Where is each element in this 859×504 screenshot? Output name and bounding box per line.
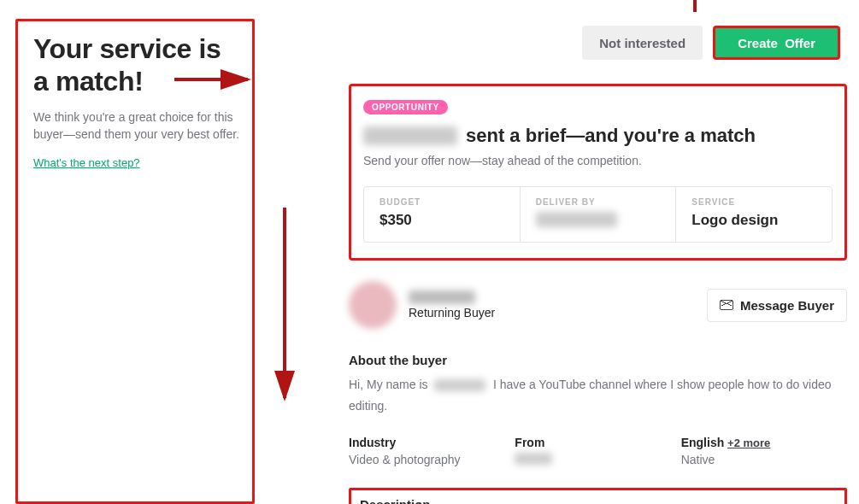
message-buyer-label: Message Buyer [740, 298, 834, 313]
buyer-attributes: Industry Video & photography From Englis… [349, 436, 847, 467]
buyer-name-redacted [363, 126, 457, 145]
english-label: English +2 more [681, 436, 847, 449]
service-cell: SERVICE Logo design [676, 187, 832, 242]
budget-label: BUDGET [379, 197, 504, 207]
service-value: Logo design [691, 212, 816, 229]
brief-specs: BUDGET $350 DELIVER BY SERVICE Logo desi… [363, 186, 833, 243]
deliver-label: DELIVER BY [536, 197, 661, 207]
description-label: Description [360, 497, 836, 504]
buyer-identity: Returning Buyer [349, 281, 495, 329]
more-languages-link[interactable]: +2 more [727, 437, 770, 449]
from-col: From [515, 436, 680, 467]
main-column: OPPORTUNITY sent a brief—and you're a ma… [255, 14, 847, 504]
brief-card: OPPORTUNITY sent a brief—and you're a ma… [349, 84, 847, 261]
match-summary-box: Your service is a match! We think you're… [15, 19, 255, 504]
page-subtitle: We think you're a great choice for this … [33, 108, 242, 144]
industry-col: Industry Video & photography [349, 436, 515, 467]
from-label: From [515, 436, 680, 449]
languages-col: English +2 more Native [681, 436, 847, 467]
buyer-username-redacted [409, 290, 475, 304]
from-value-redacted [515, 453, 552, 465]
avatar [349, 281, 397, 329]
buyer-row: Returning Buyer Message Buyer [349, 281, 847, 329]
deliver-cell: DELIVER BY [521, 187, 677, 242]
buyer-bio: Hi, My name is I have a YouTube channel … [349, 374, 847, 417]
service-label: SERVICE [691, 197, 816, 207]
envelope-icon [720, 300, 733, 310]
annotation-arrow-down [272, 206, 297, 407]
description-box: Description I need a logo that expresses… [349, 488, 847, 504]
page-title: Your service is a match! [33, 33, 242, 98]
english-value: Native [681, 453, 847, 466]
next-step-link[interactable]: What's the next step? [33, 156, 140, 169]
message-buyer-button[interactable]: Message Buyer [707, 289, 847, 322]
about-buyer-title: About the buyer [349, 353, 847, 367]
deliver-date-redacted [536, 212, 617, 227]
budget-cell: BUDGET $350 [364, 187, 521, 242]
budget-value: $350 [379, 212, 504, 229]
buyer-bio-prefix: Hi, My name is [349, 378, 431, 391]
brief-headline-text: sent a brief—and you're a match [466, 125, 756, 147]
buyer-bio-name-redacted [434, 379, 485, 391]
returning-buyer-label: Returning Buyer [409, 306, 495, 319]
brief-headline: sent a brief—and you're a match [363, 125, 833, 147]
annotation-arrow-up [682, 0, 708, 14]
opportunity-badge: OPPORTUNITY [363, 100, 448, 114]
industry-value: Video & photography [349, 453, 515, 466]
industry-label: Industry [349, 436, 515, 449]
brief-subtitle: Send your offer now—stay ahead of the co… [363, 154, 833, 167]
